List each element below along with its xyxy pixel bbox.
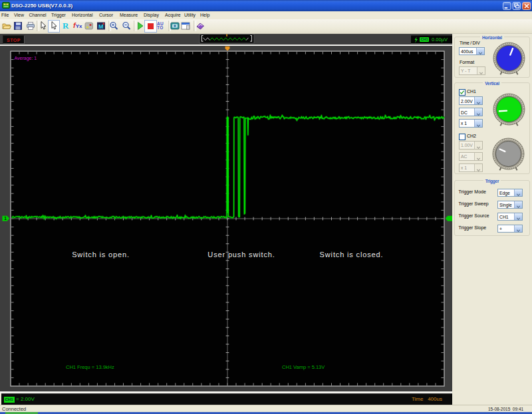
svg-text:User push switch.: User push switch. bbox=[207, 251, 275, 259]
svg-text:Switch is closed.: Switch is closed. bbox=[320, 251, 384, 259]
svg-text:Average: 1: Average: 1 bbox=[15, 56, 37, 61]
svg-text:CH1 Vamp = 5.13V: CH1 Vamp = 5.13V bbox=[282, 364, 325, 370]
svg-text:CH1 Frequ = 13.9kHz: CH1 Frequ = 13.9kHz bbox=[66, 364, 114, 370]
svg-text:Switch is open.: Switch is open. bbox=[72, 251, 130, 259]
svg-text:1: 1 bbox=[4, 216, 7, 221]
